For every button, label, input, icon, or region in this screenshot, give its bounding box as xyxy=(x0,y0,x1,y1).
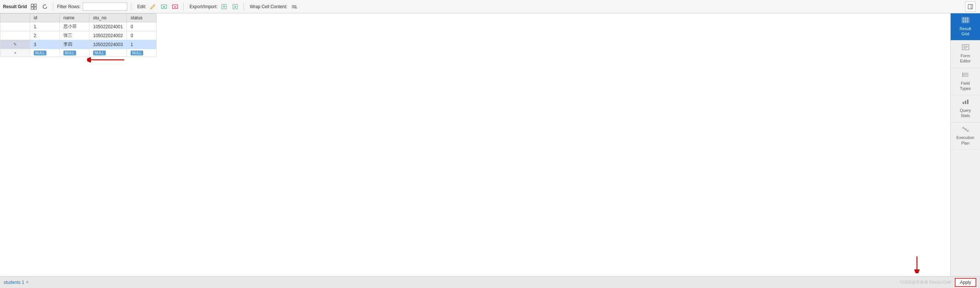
sidebar-result-grid-button[interactable]: Result Grid xyxy=(951,13,980,40)
table-row[interactable]: ✎ 3 李四 105022024003 1 xyxy=(0,40,156,49)
cell-id-3[interactable]: 3 xyxy=(30,40,60,49)
sidebar-form-editor-button[interactable]: Form Editor xyxy=(951,40,980,68)
null-badge-name: NULL xyxy=(64,51,76,55)
apply-arrow-annotation xyxy=(906,254,928,273)
table-area[interactable]: id name stu_no status 1 思小菲 105022024001… xyxy=(0,13,950,276)
svg-marker-13 xyxy=(223,6,225,7)
tab-label: students 1 xyxy=(4,280,24,285)
row-indicator-1 xyxy=(0,22,30,31)
table-row[interactable]: 1 思小菲 105022024001 0 xyxy=(0,22,156,31)
null-badge-id: NULL xyxy=(34,51,46,55)
cell-stuno-1[interactable]: 105022024001 xyxy=(89,22,127,31)
cell-stuno-2[interactable]: 105022024002 xyxy=(89,31,127,40)
cell-stuno-3[interactable]: 105022024003 xyxy=(89,40,127,49)
delete-row-icon xyxy=(172,4,178,10)
cell-name-3[interactable]: 李四 xyxy=(60,40,89,49)
sidebar-query-stats-button[interactable]: Query Stats xyxy=(951,95,980,122)
result-table: id name stu_no status 1 思小菲 105022024001… xyxy=(0,13,156,57)
sidebar-execution-plan-button[interactable]: Execution Plan xyxy=(951,123,980,150)
students-tab[interactable]: students 1 ✕ xyxy=(4,280,29,285)
grid-icon xyxy=(31,4,37,10)
svg-rect-2 xyxy=(31,7,33,9)
import-icon xyxy=(232,4,238,10)
watermark-text: CODE@开发者 DevZe.CoM xyxy=(900,280,951,285)
svg-rect-42 xyxy=(965,101,966,104)
col-header-name[interactable]: name xyxy=(60,14,89,22)
panel-toggle-icon xyxy=(968,4,973,9)
svg-rect-3 xyxy=(34,7,37,9)
svg-point-44 xyxy=(963,127,964,129)
svg-point-46 xyxy=(967,130,969,131)
row-indicator-header xyxy=(0,14,30,22)
separator-4 xyxy=(243,3,244,10)
toolbar: Result Grid Filter Rows: Edit: xyxy=(0,0,980,13)
table-row[interactable]: 2 张三 105022024002 0 xyxy=(0,31,156,40)
separator-3 xyxy=(183,3,184,10)
execution-plan-sidebar-label: Execution Plan xyxy=(956,135,974,145)
cell-id-2[interactable]: 2 xyxy=(30,31,60,40)
svg-line-47 xyxy=(964,128,965,129)
field-types-sidebar-icon xyxy=(952,72,978,80)
panel-toggle-button[interactable] xyxy=(965,2,975,12)
main-container: Result Grid Filter Rows: Edit: xyxy=(0,0,980,288)
cell-id-1[interactable]: 1 xyxy=(30,22,60,31)
import-button[interactable] xyxy=(231,2,240,11)
bottom-right-area: CODE@开发者 DevZe.CoM Apply xyxy=(900,278,976,287)
svg-marker-16 xyxy=(234,7,236,8)
svg-point-45 xyxy=(965,129,966,130)
null-badge-status: NULL xyxy=(130,51,143,55)
query-stats-sidebar-label: Query Stats xyxy=(960,108,971,118)
cell-name-2[interactable]: 张三 xyxy=(60,31,89,40)
svg-rect-41 xyxy=(963,102,964,104)
col-header-id[interactable]: id xyxy=(30,14,60,22)
row-indicator-3: ✎ xyxy=(0,40,30,49)
form-editor-sidebar-icon xyxy=(952,44,978,53)
table-row-null[interactable]: ✦ NULL NULL NULL NULL xyxy=(0,49,156,57)
query-stats-sidebar-icon xyxy=(952,99,978,107)
table-header-row: id name stu_no status xyxy=(0,14,156,22)
export-button[interactable] xyxy=(220,2,229,11)
svg-rect-1 xyxy=(34,4,37,6)
tab-close-button[interactable]: ✕ xyxy=(25,280,29,285)
cell-name-null: NULL xyxy=(60,49,89,57)
apply-button[interactable]: Apply xyxy=(955,278,976,287)
filter-rows-input[interactable] xyxy=(83,3,127,11)
refresh-button[interactable] xyxy=(40,2,49,11)
result-grid-label: Result Grid xyxy=(3,4,27,9)
cell-name-1[interactable]: 思小菲 xyxy=(60,22,89,31)
execution-plan-sidebar-icon xyxy=(952,126,978,134)
add-row-button[interactable] xyxy=(159,2,169,11)
export-import-label: Export/Import: xyxy=(189,4,217,9)
separator-2 xyxy=(131,3,131,10)
svg-line-48 xyxy=(966,130,967,130)
edit-pencil-button[interactable] xyxy=(148,2,157,11)
delete-row-button[interactable] xyxy=(171,2,180,11)
svg-rect-0 xyxy=(31,4,33,6)
cell-status-3[interactable]: 1 xyxy=(127,40,156,49)
wrap-icon: ⇔ xyxy=(291,4,297,10)
cell-stuno-null: NULL xyxy=(89,49,127,57)
edit-label: Edit: xyxy=(137,4,146,9)
form-editor-sidebar-label: Form Editor xyxy=(960,53,971,63)
wrap-cell-button[interactable]: ⇔ xyxy=(290,2,299,11)
svg-rect-21 xyxy=(968,5,972,9)
cell-status-1[interactable]: 0 xyxy=(127,22,156,31)
wrap-cell-label: Wrap Cell Content: xyxy=(250,4,287,9)
result-grid-sidebar-icon xyxy=(952,17,978,25)
svg-marker-4 xyxy=(45,4,46,5)
add-row-icon xyxy=(161,4,167,10)
content-area: id name stu_no status 1 思小菲 105022024001… xyxy=(0,13,980,276)
field-types-sidebar-label: Field Types xyxy=(960,81,971,91)
edit-pencil-icon xyxy=(150,4,156,10)
cell-status-2[interactable]: 0 xyxy=(127,31,156,40)
result-grid-sidebar-label: Result Grid xyxy=(959,26,971,36)
refresh-icon xyxy=(42,4,48,10)
separator-1 xyxy=(53,3,53,10)
grid-view-button[interactable] xyxy=(29,2,38,11)
filter-rows-label: Filter Rows: xyxy=(57,4,81,9)
col-header-stu-no[interactable]: stu_no xyxy=(89,14,127,22)
sidebar-field-types-button[interactable]: Field Types xyxy=(951,68,980,95)
export-icon xyxy=(221,4,227,10)
col-header-status[interactable]: status xyxy=(127,14,156,22)
null-badge-stuno: NULL xyxy=(93,51,106,55)
